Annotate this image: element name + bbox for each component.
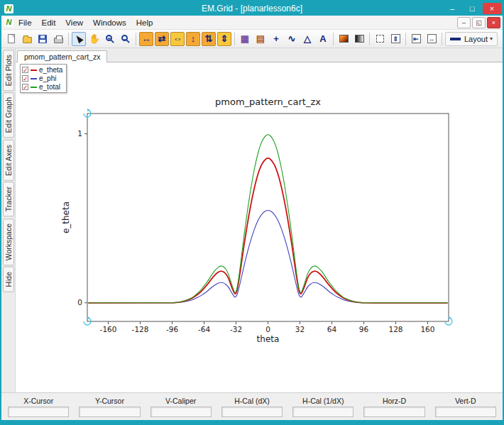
x-tick-label: 64 xyxy=(327,325,337,333)
content-area: pmom_pattern_cart_zx ✓e_theta✓e_phi✓e_to… xyxy=(16,48,503,392)
document-tab[interactable]: pmom_pattern_cart_zx xyxy=(17,50,107,62)
legend-item-e-theta: ✓e_theta xyxy=(22,66,62,74)
x-tick-label: 128 xyxy=(388,325,402,333)
text-tool-button[interactable]: A xyxy=(316,32,330,46)
status-value-row xyxy=(3,407,501,417)
frame-button[interactable]: ▤ xyxy=(253,32,268,46)
select-tool-button[interactable] xyxy=(72,32,86,46)
sidebar-tab-edit-axes[interactable]: Edit Axes xyxy=(3,140,14,181)
menu-windows[interactable]: Windows xyxy=(88,17,131,28)
h-distance-icon: ↔ xyxy=(427,34,437,43)
mdi-restore-button[interactable]: ◱ xyxy=(472,17,486,28)
y-axis-label: e_theta xyxy=(61,202,71,233)
new-file-icon xyxy=(8,34,15,43)
title-bar[interactable]: N EM.Grid - [planarlesson6c] – □ × xyxy=(1,1,503,16)
plot-area[interactable] xyxy=(87,114,449,321)
open-file-button[interactable] xyxy=(20,32,34,46)
sidebar-tab-tracker[interactable]: Tracker xyxy=(3,182,14,216)
x-tick-label: -64 xyxy=(198,325,210,333)
h-caliper-button[interactable]: ⇤ xyxy=(409,32,423,46)
print-button[interactable] xyxy=(51,32,65,46)
shrink-height-button[interactable]: ⇅ xyxy=(202,32,216,46)
colormap-button[interactable] xyxy=(336,32,351,46)
plot-canvas[interactable]: ✓e_theta✓e_phi✓e_total pmom_pattern_cart… xyxy=(16,62,503,392)
window-controls: – □ × xyxy=(443,3,503,14)
sidebar-tab-hide[interactable]: Hide xyxy=(3,267,14,292)
window-maximize-button[interactable]: □ xyxy=(463,3,481,14)
grayscale-button[interactable] xyxy=(352,32,366,46)
legend-checkbox-e-phi[interactable]: ✓ xyxy=(22,75,28,82)
fit-height-button[interactable]: ⇕ xyxy=(217,32,231,46)
legend-line-sample xyxy=(31,70,37,71)
fit-width-button[interactable]: ⇔ xyxy=(170,32,185,46)
legend-item-e-total: ✓e_total xyxy=(22,83,62,91)
status-cell-horz-d xyxy=(363,407,424,417)
grid-button[interactable]: ▦ xyxy=(238,32,252,46)
layout-button[interactable]: Layout▾ xyxy=(445,32,498,46)
sidebar-tab-workspace[interactable]: Workspace xyxy=(3,219,14,265)
legend-label: e_theta xyxy=(39,66,62,74)
colormap-icon xyxy=(339,35,349,43)
x-tick-label: 96 xyxy=(359,325,369,333)
mdi-controls: – ◱ × xyxy=(456,17,500,28)
toolbar-separator xyxy=(405,33,406,45)
x-tick-label: -32 xyxy=(230,325,242,333)
x-tick-label: 160 xyxy=(420,325,434,333)
mdi-close-button[interactable]: × xyxy=(487,17,500,28)
fit-width-icon: ⇔ xyxy=(173,34,182,43)
save-button[interactable] xyxy=(35,32,50,46)
h-distance-button[interactable]: ↔ xyxy=(424,32,439,46)
sidebar-tab-edit-graph[interactable]: Edit Graph xyxy=(3,92,14,138)
dropdown-caret-icon: ▾ xyxy=(490,35,493,42)
chart[interactable]: pmom_pattern_cart_zx-160-128-96-64-32032… xyxy=(16,62,503,398)
menu-items: FileEditViewWindowsHelp xyxy=(13,17,158,28)
app-window: N EM.Grid - [planarlesson6c] – □ × N Fil… xyxy=(0,0,504,425)
menu-help[interactable]: Help xyxy=(131,17,158,28)
expand-width-button[interactable]: ↔ xyxy=(139,32,153,46)
layout-icon xyxy=(450,38,461,40)
new-file-button[interactable] xyxy=(4,32,18,46)
x-tick-label: -160 xyxy=(100,325,117,333)
window-close-button[interactable]: × xyxy=(483,3,501,14)
menu-edit[interactable]: Edit xyxy=(37,17,61,28)
toolbar-separator xyxy=(442,33,442,45)
add-marker-icon: + xyxy=(273,34,279,43)
sidebar-tab-edit-plots[interactable]: Edit Plots xyxy=(3,50,14,91)
menu-view[interactable]: View xyxy=(60,17,88,28)
select-region-icon xyxy=(376,35,384,43)
pan-tool-button[interactable]: ✋ xyxy=(87,32,102,46)
text-tool-icon: A xyxy=(319,34,326,43)
zoom-in-button[interactable] xyxy=(103,32,117,46)
shrink-width-button[interactable]: ⇄ xyxy=(155,32,169,46)
x-tick-label: 32 xyxy=(295,325,305,333)
window-minimize-button[interactable]: – xyxy=(443,3,461,14)
add-marker-button[interactable]: + xyxy=(269,32,283,46)
y-tick-label: 1 xyxy=(77,129,82,138)
status-cell-h-cal-1-dx xyxy=(292,407,354,417)
x-tick-label: -96 xyxy=(166,325,178,333)
vertical-extent-button[interactable]: ⇕ xyxy=(388,32,402,46)
menu-file[interactable]: File xyxy=(13,17,37,28)
window-title: EM.Grid - [planarlesson6c] xyxy=(1,4,503,13)
x-tick-label: -128 xyxy=(132,325,149,333)
y-tick-label: 0 xyxy=(77,298,82,307)
select-tool-icon xyxy=(74,34,83,44)
expand-width-icon: ↔ xyxy=(142,34,151,43)
add-curve-icon: ∿ xyxy=(288,34,296,43)
chart-title: pmom_pattern_cart_zx xyxy=(215,96,321,107)
window-border-bottom xyxy=(1,420,503,425)
select-region-button[interactable] xyxy=(373,32,387,46)
annotate-button[interactable]: △ xyxy=(300,32,314,46)
add-curve-button[interactable]: ∿ xyxy=(285,32,299,46)
expand-height-button[interactable]: ↕ xyxy=(186,32,200,46)
screen: { "window": { "title": "EM.Grid - [plana… xyxy=(0,0,504,425)
x-axis-label: theta xyxy=(257,334,280,344)
shrink-height-icon: ⇅ xyxy=(205,34,213,43)
legend-checkbox-e-theta[interactable]: ✓ xyxy=(22,67,28,73)
status-cell-h-cal-dx xyxy=(221,407,283,417)
legend-checkbox-e-total[interactable]: ✓ xyxy=(22,84,28,90)
zoom-out-button[interactable] xyxy=(119,32,133,46)
toolbar-separator xyxy=(369,33,370,45)
mdi-minimize-button[interactable]: – xyxy=(457,17,471,28)
main-area: Edit PlotsEdit GraphEdit AxesTrackerWork… xyxy=(1,48,503,392)
